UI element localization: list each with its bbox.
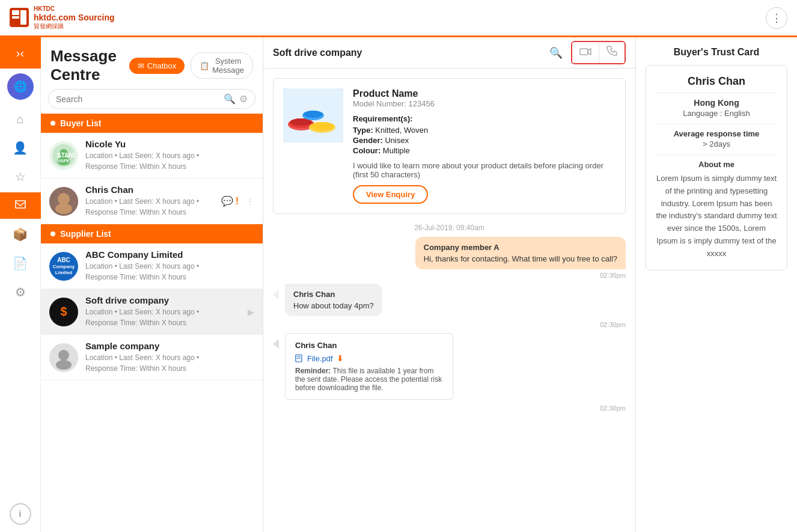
message-company-member-a: Company member A Hi, thanks for contacti…: [273, 237, 626, 279]
message-bubble-right: Company member A Hi, thanks for contacti…: [415, 237, 626, 269]
sidebar-item-person[interactable]: 👤: [0, 135, 41, 161]
hamburger-menu-icon[interactable]: ⋮: [766, 7, 787, 29]
contact-meta-nicole-yu: Location • Last Seen: X hours ago •Respo…: [85, 150, 254, 172]
contact-item-sample[interactable]: Sample company Location • Last Seen: X h…: [41, 335, 263, 381]
contact-name-chris-chan: Chris Chan: [85, 185, 214, 195]
product-colour: Colour: Multiple: [353, 146, 615, 155]
product-gender: Gender: Unisex: [353, 136, 615, 145]
chat-header: Soft drive company 🔍: [263, 37, 635, 69]
chat-body: Product Name Model Number: 123456 Requir…: [263, 69, 635, 532]
message-time-file: 02:30pm: [273, 405, 626, 412]
contact-info-chris-chan: Chris Chan Location • Last Seen: X hours…: [85, 185, 214, 218]
product-image: [283, 88, 343, 142]
message-text-chris-1: How about today 4pm?: [293, 301, 374, 310]
message-sender-chris: Chris Chan: [293, 290, 374, 299]
contact-info-sample: Sample company Location • Last Seen: X h…: [85, 341, 254, 374]
logo-icon: [10, 8, 29, 27]
file-sender-name: Chris Chan: [295, 341, 443, 350]
sidebar-toggle-button[interactable]: ›‹: [0, 37, 41, 69]
info-icon[interactable]: i: [10, 503, 31, 525]
chatbox-button[interactable]: ✉ Chatbox: [129, 58, 185, 74]
svg-point-13: [56, 360, 72, 370]
product-message: I would like to learn more about your pr…: [353, 161, 615, 179]
chat-timestamp-1: 26-Jul-2019, 09:40am: [273, 224, 626, 232]
message-bubble-left: Chris Chan How about today 4pm?: [285, 284, 382, 316]
chat-header-wrapper: Soft drive company 🔍: [263, 37, 635, 69]
main-layout: ›‹ 🌐 ⌂ 👤 ☆ 📦 📄 ⚙ i Message Centre ✉ Chat…: [0, 37, 797, 532]
contact-meta-chris-chan: Location • Last Seen: X hours ago •Respo…: [85, 196, 214, 218]
sidebar-item-star[interactable]: ☆: [0, 164, 41, 190]
logo-area: HKTDC hktdc.com Sourcing 貿發網採購: [10, 5, 115, 30]
search-input[interactable]: [56, 94, 224, 104]
logo-sourcing: hktdc.com Sourcing: [34, 13, 115, 23]
avatar-icon: 🌐: [14, 80, 27, 93]
svg-point-24: [304, 111, 323, 118]
message-chris-chan-1: Chris Chan How about today 4pm?: [273, 284, 626, 316]
trust-response-label: Average response time: [656, 129, 777, 138]
product-details: Product Name Model Number: 123456 Requir…: [353, 88, 615, 204]
trust-language: Language : English: [656, 109, 777, 118]
exclamation-icon: !: [236, 196, 239, 207]
contact-avatar-soft-drive: $: [49, 298, 78, 326]
search-bar: 🔍 ⚙: [48, 89, 255, 109]
contact-badge-chris-chan: 💬 !: [221, 195, 239, 207]
system-message-label: System Message: [212, 57, 244, 75]
right-panel: Buyer's Trust Card Chris Chan Hong Kong …: [636, 37, 797, 532]
view-enquiry-button[interactable]: View Enquiry: [353, 185, 428, 204]
trust-about-text: Lorem Ipsum is simply dummy text of the …: [656, 173, 777, 260]
bubble-arrow: [273, 290, 279, 299]
svg-point-10: [55, 203, 72, 214]
supplier-list-label: Supplier List: [60, 229, 111, 239]
svg-point-12: [58, 350, 69, 361]
sidebar-item-document[interactable]: 📄: [0, 250, 41, 277]
search-icon: 🔍: [224, 93, 236, 105]
contact-item-chris-chan[interactable]: Chris Chan Location • Last Seen: X hours…: [41, 179, 263, 224]
svg-point-22: [310, 122, 334, 130]
contact-action-icon: ⋮: [246, 197, 254, 206]
product-model: Model Number: 123456: [353, 99, 615, 108]
contact-forward-icon: ▶: [248, 307, 254, 317]
contact-item-nicole-yu[interactable]: STAND VAPE Nicole Yu Location • Last See…: [41, 133, 263, 179]
trust-card-box: Chris Chan Hong Kong Language : English …: [646, 65, 787, 271]
chat-title: Soft drive company: [273, 47, 543, 58]
download-icon[interactable]: ⬇: [337, 353, 344, 363]
gear-icon[interactable]: ⚙: [239, 93, 248, 105]
contact-panel: Message Centre ✉ Chatbox 📋 System Messag…: [41, 37, 263, 532]
bubble-arrow-file: [273, 339, 279, 349]
message-text-a: Hi, thanks for contacting. What time wil…: [424, 254, 617, 263]
sidebar-item-box[interactable]: 📦: [0, 221, 41, 248]
file-link-row[interactable]: File.pdf ⬇: [295, 353, 443, 363]
file-card: Chris Chan File.pdf ⬇ Reminder: This fil…: [285, 333, 453, 400]
contact-info-abc: ABC Company Limited Location • Last Seen…: [85, 249, 254, 283]
contact-name-soft-drive: Soft drive company: [85, 295, 240, 305]
user-avatar[interactable]: 🌐: [7, 73, 34, 100]
file-reminder: Reminder: This file is available 1 year …: [295, 367, 443, 392]
chatbox-label: Chatbox: [147, 61, 176, 70]
svg-rect-0: [12, 10, 19, 15]
contact-item-soft-drive[interactable]: $ Soft drive company Location • Last See…: [41, 289, 263, 335]
logo-chinese: 貿發網採購: [34, 23, 115, 30]
trust-response-value: > 2days: [656, 139, 777, 148]
trust-about-label: About me: [656, 160, 777, 169]
chat-search-icon[interactable]: 🔍: [549, 46, 563, 60]
section-dot-supplier: [50, 231, 55, 236]
buyer-list-label: Buyer List: [60, 118, 101, 128]
message-chris-chan-file: Chris Chan File.pdf ⬇ Reminder: This fil…: [273, 333, 626, 400]
sidebar-item-settings[interactable]: ⚙: [0, 279, 41, 305]
supplier-list-header: Supplier List: [41, 224, 263, 243]
system-message-button[interactable]: 📋 System Message: [191, 52, 253, 79]
chat-panel: Soft drive company 🔍: [263, 37, 636, 532]
trust-card-title: Buyer's Trust Card: [646, 47, 787, 58]
page-title: Message Centre: [50, 47, 123, 84]
sidebar-item-message[interactable]: [0, 192, 41, 219]
contact-item-abc[interactable]: ABC Company Limited ABC Company Limited …: [41, 243, 263, 289]
logo-hktdc: HKTDC: [34, 5, 115, 13]
product-card: Product Name Model Number: 123456 Requir…: [273, 78, 626, 214]
video-call-button[interactable]: [572, 42, 599, 63]
sidebar-item-home[interactable]: ⌂: [0, 106, 41, 132]
contact-meta-sample: Location • Last Seen: X hours ago •Respo…: [85, 352, 254, 374]
phone-call-button[interactable]: [599, 42, 624, 63]
file-name[interactable]: File.pdf: [307, 354, 333, 363]
product-requirements-label: Requirement(s):: [353, 114, 615, 123]
chat-action-group: [571, 41, 626, 64]
